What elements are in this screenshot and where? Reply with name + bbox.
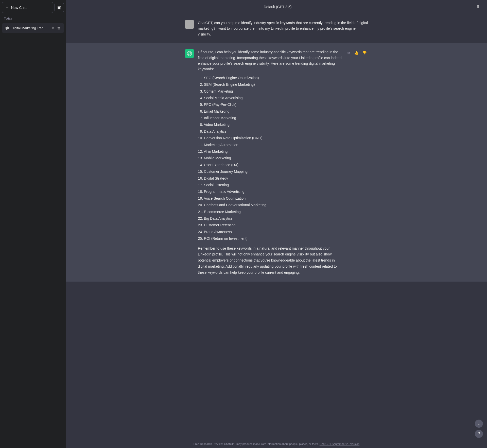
keyword-item-16: Digital Strategy — [204, 176, 342, 181]
assistant-message-content: Of course, I can help you identify some … — [198, 49, 342, 275]
assistant-intro-text: Of course, I can help you identify some … — [198, 49, 342, 72]
sidebar: + New Chat ▣ Today 💬 Digital Marketing T… — [0, 0, 66, 448]
keyword-item-11: Marketing Automation — [204, 142, 342, 148]
keyword-item-14: User Experience (UX) — [204, 162, 342, 168]
chat-history-label: Digital Marketing Tren — [11, 26, 49, 30]
keyword-item-15: Customer Journey Mapping — [204, 169, 342, 174]
toggle-icon: ▣ — [57, 5, 61, 10]
footer: Free Research Preview. ChatGPT may produ… — [66, 440, 487, 448]
user-message-block: ChatGPT, can you help me identify indust… — [66, 14, 487, 43]
user-message-text: ChatGPT, can you help me identify indust… — [198, 20, 368, 37]
footer-text: Free Research Preview. ChatGPT may produ… — [194, 442, 319, 445]
keyword-item-12: AI in Marketing — [204, 149, 342, 154]
keyword-item-19: Voice Search Optimization — [204, 196, 342, 201]
thumbs-up-button[interactable]: 👍 — [353, 50, 359, 55]
assistant-message-block: Of course, I can help you identify some … — [66, 43, 487, 282]
keyword-item-22: Big Data Analytics — [204, 216, 342, 221]
new-chat-label: New Chat — [11, 6, 27, 10]
keyword-item-7: Influencer Marketing — [204, 115, 342, 121]
keyword-item-20: Chatbots and Conversational Marketing — [204, 202, 342, 208]
keyword-item-13: Mobile Marketing — [204, 155, 342, 161]
keywords-list: SEO (Search Engine Optimization)SEM (Sea… — [198, 75, 342, 242]
header: Default (GPT-3.5) ⬆ — [66, 0, 487, 14]
assistant-avatar — [185, 49, 194, 58]
keyword-item-18: Programmatic Advertising — [204, 189, 342, 194]
keyword-item-23: Customer Retention — [204, 222, 342, 228]
share-icon: ⬆ — [476, 4, 480, 9]
chat-item-actions: ✏ 🗑 — [51, 26, 61, 30]
thumbs-down-button[interactable]: 👎 — [361, 50, 368, 55]
main-content: Default (GPT-3.5) ⬆ ChatGPT, can you hel… — [66, 0, 487, 448]
keyword-item-1: SEO (Search Engine Optimization) — [204, 75, 342, 81]
delete-chat-button[interactable]: 🗑 — [57, 26, 61, 30]
help-button-1[interactable]: ? — [475, 430, 483, 438]
keyword-item-25: ROI (Return on Investment) — [204, 236, 342, 241]
keyword-item-4: Social Media Advertising — [204, 95, 342, 101]
keyword-item-21: E-commerce Marketing — [204, 209, 342, 215]
scroll-down-button[interactable]: ↓ — [475, 420, 483, 428]
keyword-item-8: Video Marketing — [204, 122, 342, 127]
copy-button[interactable]: ⧉ — [346, 50, 351, 56]
keyword-item-17: Social Listening — [204, 182, 342, 188]
message-action-buttons: ⧉ 👍 👎 — [346, 49, 368, 56]
assistant-closing-text: Remember to use these keywords in a natu… — [198, 246, 342, 276]
edit-chat-button[interactable]: ✏ — [51, 26, 55, 30]
plus-icon: + — [6, 5, 9, 10]
help-icon-1: ? — [478, 432, 480, 436]
scroll-down-icon: ↓ — [478, 421, 480, 426]
share-button[interactable]: ⬆ — [474, 3, 482, 11]
keyword-item-24: Brand Awareness — [204, 229, 342, 235]
chat-area[interactable]: ChatGPT, can you help me identify indust… — [66, 14, 487, 440]
sidebar-toggle-button[interactable]: ▣ — [55, 3, 64, 12]
footer-link[interactable]: ChatGPT September 25 Version — [320, 442, 360, 445]
keyword-item-5: PPC (Pay-Per-Click) — [204, 102, 342, 107]
keyword-item-3: Content Marketing — [204, 89, 342, 94]
keyword-item-9: Data Analytics — [204, 129, 342, 134]
user-avatar — [185, 20, 194, 29]
chat-history-item[interactable]: 💬 Digital Marketing Tren ✏ 🗑 — [2, 23, 64, 33]
chat-history-icon: 💬 — [5, 26, 9, 30]
model-name: Default (GPT-3.5) — [81, 5, 474, 9]
keyword-item-2: SEM (Search Engine Marketing) — [204, 82, 342, 87]
today-section-label: Today — [2, 15, 64, 21]
keyword-item-10: Conversion Rate Optimization (CRO) — [204, 135, 342, 141]
new-chat-button[interactable]: + New Chat — [2, 2, 53, 13]
keyword-item-6: Email Marketing — [204, 109, 342, 114]
